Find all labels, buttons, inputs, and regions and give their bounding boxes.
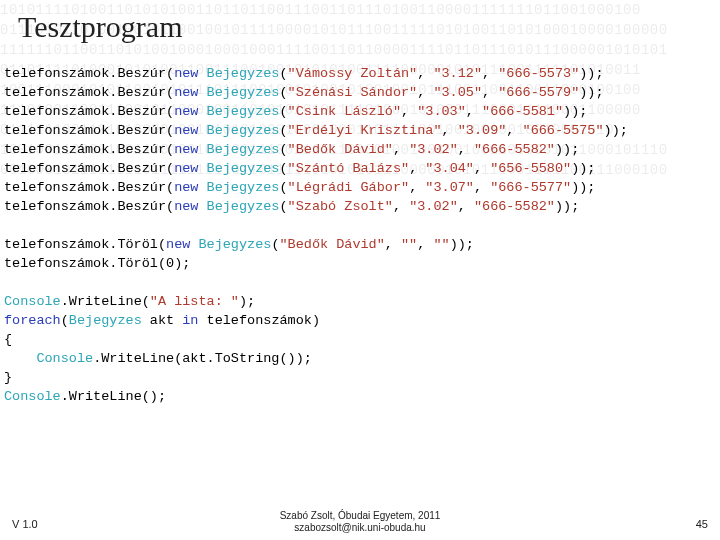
author-line1: Szabó Zsolt, Óbudai Egyetem, 2011 bbox=[280, 510, 441, 521]
page-title: Tesztprogram bbox=[18, 10, 183, 44]
author-credit: Szabó Zsolt, Óbudai Egyetem, 2011 szaboz… bbox=[280, 510, 441, 534]
page-number: 45 bbox=[696, 518, 708, 530]
version-label: V 1.0 bbox=[12, 518, 38, 530]
slide-footer: V 1.0 Szabó Zsolt, Óbudai Egyetem, 2011 … bbox=[0, 504, 720, 540]
code-listing: telefonszámok.Beszúr(new Bejegyzes("Vámo… bbox=[0, 64, 720, 406]
author-line2: szabozsolt@nik.uni-obuda.hu bbox=[294, 522, 425, 533]
